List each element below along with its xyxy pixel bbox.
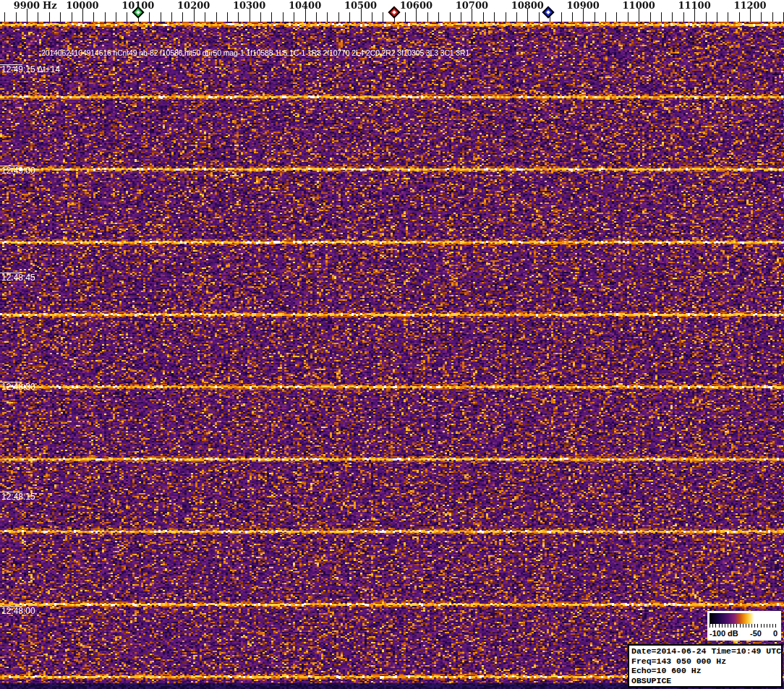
axis-tick [327, 12, 328, 22]
axis-label: 10400 [289, 0, 321, 11]
axis-tick [772, 12, 773, 22]
axis-tick [717, 12, 717, 22]
axis-tick [661, 12, 662, 22]
scale-tick [772, 624, 773, 628]
info-station-line: OBSUPICE [631, 676, 779, 686]
axis-tick [483, 12, 484, 22]
axis-tick [149, 12, 150, 22]
axis-label: 9900 [14, 0, 40, 11]
axis-tick [205, 12, 205, 22]
red-marker-diamond-icon [388, 7, 400, 19]
axis-tick [383, 12, 383, 22]
axis-tick [316, 12, 317, 22]
axis-tick [616, 12, 617, 22]
axis-tick [72, 12, 72, 22]
scale-tick [710, 624, 710, 628]
axis-label: 10700 [456, 0, 488, 11]
scale-tick [743, 624, 743, 628]
axis-unit-label: Hz [43, 0, 57, 11]
axis-tick [438, 12, 439, 22]
axis-tick [349, 12, 350, 22]
axis-tick [238, 12, 239, 22]
axis-tick [49, 12, 50, 22]
observation-info-box: Date=2014-06-24 Time=10:49 UTC Freq=143 … [628, 644, 783, 688]
axis-tick [672, 12, 673, 22]
axis-label: 10800 [511, 0, 544, 11]
scale-tick [746, 624, 746, 628]
event-annotation: 20140624104914616 hCnt49 nb-82 f10586 hi… [41, 48, 469, 57]
axis-label: 10300 [233, 0, 265, 11]
axis-tick [506, 12, 506, 22]
scale-tick [770, 624, 770, 628]
scale-tick [728, 624, 728, 628]
axis-tick [494, 12, 495, 22]
axis-tick [338, 12, 339, 22]
axis-tick [650, 12, 651, 22]
axis-tick [605, 12, 606, 22]
scale-label-max: 0 [773, 629, 777, 638]
axis-tick [60, 12, 61, 22]
marker-core [136, 10, 140, 14]
axis-tick [4, 12, 5, 22]
color-scale-panel: -100 dB -50 0 [707, 611, 781, 641]
axis-label: 10600 [400, 0, 433, 11]
scale-tick [751, 624, 752, 628]
axis-tick [182, 12, 183, 22]
axis-tick [628, 12, 629, 22]
time-label: 12:48:00 [1, 607, 35, 616]
time-label: 12:48:15 [1, 492, 35, 502]
scale-tick [715, 624, 716, 628]
axis-tick [171, 12, 172, 22]
scale-tick [761, 624, 762, 628]
axis-label: 10900 [567, 0, 600, 11]
axis-tick [16, 12, 17, 22]
time-label: 12:49:00 [1, 166, 35, 176]
scale-label-mid: -50 [750, 629, 762, 638]
axis-tick [260, 12, 261, 22]
axis-tick [539, 12, 540, 22]
scale-tick [712, 624, 713, 628]
scale-tick [733, 624, 734, 628]
info-freq-line: Freq=143 050 000 Hz [631, 656, 779, 667]
axis-label: 11000 [623, 0, 655, 11]
axis-tick [127, 12, 127, 22]
axis-tick [38, 12, 38, 22]
axis-tick [161, 12, 161, 22]
scale-tick [767, 624, 767, 628]
axis-tick [271, 12, 272, 22]
axis-tick [739, 12, 740, 22]
marker-core [546, 10, 550, 14]
marker-core [392, 10, 396, 14]
axis-tick [761, 12, 762, 22]
scale-tick [749, 624, 749, 628]
axis-tick [105, 12, 106, 22]
axis-tick [372, 12, 372, 22]
axis-tick [283, 12, 284, 22]
scale-tick [775, 624, 776, 628]
scale-tick [757, 624, 758, 628]
axis-tick [706, 12, 707, 22]
axis-label: 10500 [344, 0, 377, 11]
axis-label: 10200 [177, 0, 210, 11]
axis-tick [427, 12, 428, 22]
scale-tick [754, 624, 755, 628]
axis-tick [116, 12, 116, 22]
info-echo-line: Echo=10 600 Hz [631, 666, 779, 676]
axis-tick [683, 12, 684, 22]
axis-tick [405, 12, 406, 22]
time-label: 12:48:30 [1, 382, 35, 392]
frequency-axis: 9900100001010010200103001040010500106001… [0, 0, 784, 22]
scale-tick [722, 624, 723, 628]
scale-tick [740, 624, 741, 628]
axis-tick [461, 12, 461, 22]
axis-tick [516, 12, 517, 22]
axis-tick [294, 12, 294, 22]
axis-label: 11100 [678, 0, 710, 11]
color-scale-gradient [710, 613, 776, 624]
axis-tick [227, 12, 228, 22]
axis-label: 11200 [733, 0, 766, 11]
info-date-line: Date=2014-06-24 Time=10:49 UTC [631, 646, 779, 656]
axis-label: 10000 [66, 0, 98, 11]
scale-tick [764, 624, 764, 628]
axis-tick [450, 12, 451, 22]
